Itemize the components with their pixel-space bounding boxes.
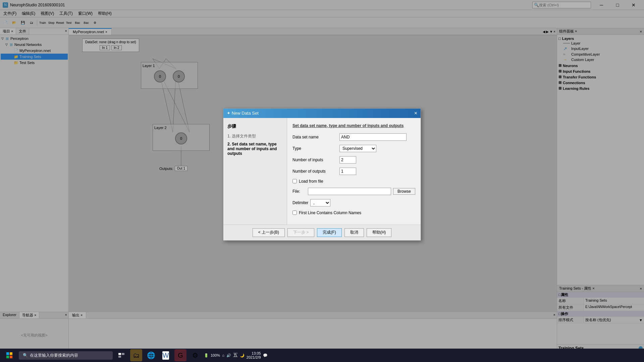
taskbar-search-icon: 🔍 — [23, 353, 28, 358]
taskbar-desktops[interactable] — [115, 349, 127, 361]
notification-icon[interactable]: 💬 — [263, 353, 268, 358]
svg-rect-12 — [10, 356, 12, 358]
load-from-file-label: Load from file — [299, 179, 323, 184]
dialog-overlay: ✦ New Data Set × 步骤 1. 选择文件类型 2. Set dat… — [0, 0, 644, 349]
battery-level: 100% — [211, 353, 220, 357]
load-from-file-row: Load from file — [292, 179, 415, 184]
windows-icon — [6, 352, 13, 359]
delimiter-label: Delimiter — [292, 200, 308, 205]
dialog-close-button[interactable]: × — [414, 111, 417, 116]
new-dataset-dialog: ✦ New Data Set × 步骤 1. 选择文件类型 2. Set dat… — [223, 108, 421, 241]
dialog-main: Set data set name, type and number of in… — [287, 118, 421, 225]
battery-icon: 🔋 — [204, 353, 209, 358]
file-input[interactable] — [308, 188, 391, 195]
num-outputs-label: Number of outputs — [292, 169, 339, 174]
dialog-section-title: Set data set name, type and number of in… — [292, 123, 415, 128]
num-inputs-input[interactable] — [339, 156, 356, 164]
lang-icon: 五 — [233, 352, 238, 358]
form-row-inputs: Number of inputs — [292, 156, 415, 164]
dialog-title-bar: ✦ New Data Set × — [223, 109, 421, 118]
g-icon: G — [178, 352, 183, 359]
first-line-label: First Line Contains Column Names — [299, 210, 361, 215]
explorer-icon: 🗂 — [133, 352, 140, 359]
taskbar-word[interactable]: W — [160, 349, 172, 361]
num-outputs-input[interactable] — [339, 168, 356, 175]
type-label: Type — [292, 146, 339, 151]
dialog-title-text: ✦ New Data Set — [227, 111, 259, 116]
clock-date: 2021/2/9 — [247, 355, 261, 359]
dialog-step-1[interactable]: 1. 选择文件类型 — [227, 133, 283, 139]
file-row: File: Browse — [292, 188, 415, 195]
type-select[interactable]: Supervised Unsupervised — [339, 145, 376, 152]
next-button[interactable]: 下一步 > — [287, 228, 314, 237]
dialog-body: 步骤 1. 选择文件类型 2. Set data set name, type … — [223, 118, 421, 225]
first-line-row: First Line Contains Column Names — [292, 210, 415, 215]
dialog-steps: 步骤 1. 选择文件类型 2. Set data set name, type … — [223, 118, 287, 225]
num-inputs-label: Number of inputs — [292, 158, 339, 162]
sys-tray: 🔋 100% ⌂ 🔊 五 🌙 13:05 2021/2/9 💬 — [204, 351, 270, 359]
network-icon: ⌂ — [222, 353, 224, 357]
svg-rect-15 — [118, 356, 121, 358]
load-from-file-checkbox[interactable] — [292, 179, 297, 183]
taskbar-explorer[interactable]: 🗂 — [130, 349, 142, 361]
taskbar-search-text: 在这里输入你要搜索的内容 — [30, 353, 78, 358]
clock-time: 13:05 — [247, 351, 261, 355]
start-button[interactable] — [3, 349, 16, 362]
delimiter-select[interactable]: , — [310, 199, 330, 206]
form-row-outputs: Number of outputs — [292, 168, 415, 175]
word-icon: W — [162, 351, 169, 360]
taskbar-edge[interactable]: 🌐 — [145, 349, 157, 361]
svg-rect-11 — [6, 356, 9, 358]
browse-button[interactable]: Browse — [393, 188, 415, 195]
volume-icon: 🔊 — [226, 353, 231, 358]
dialog-icon: ✦ — [227, 111, 232, 116]
dataset-name-input[interactable] — [339, 133, 407, 141]
first-line-checkbox[interactable] — [292, 210, 297, 215]
task-view-icon — [118, 352, 125, 359]
svg-rect-14 — [122, 353, 124, 355]
back-button[interactable]: < 上一步(B) — [253, 228, 285, 237]
help-button[interactable]: 帮助(H) — [367, 228, 392, 237]
clock: 13:05 2021/2/9 — [247, 351, 261, 359]
finish-button[interactable]: 完成(F) — [317, 228, 341, 237]
svg-rect-9 — [6, 352, 9, 355]
taskbar: 🔍 在这里输入你要搜索的内容 🗂 🌐 W G ⚙ 🔋 100% ⌂ 🔊 五 🌙 … — [0, 349, 644, 362]
taskbar-g[interactable]: G — [174, 349, 186, 361]
dialog-step-2[interactable]: 2. Set data set name, type and number of… — [227, 142, 283, 156]
app5-icon: ⚙ — [192, 351, 198, 359]
cancel-button[interactable]: 取消 — [344, 228, 364, 237]
dialog-steps-title: 步骤 — [227, 123, 283, 129]
dialog-footer: < 上一步(B) 下一步 > 完成(F) 取消 帮助(H) — [223, 225, 421, 240]
ime-icon: 🌙 — [240, 353, 245, 358]
taskbar-app5[interactable]: ⚙ — [189, 349, 201, 361]
taskbar-search[interactable]: 🔍 在这里输入你要搜索的内容 — [19, 351, 113, 360]
form-row-name: Data set name — [292, 133, 415, 141]
svg-rect-13 — [118, 353, 121, 355]
delimiter-row: Delimiter , — [292, 199, 415, 206]
form-row-type: Type Supervised Unsupervised — [292, 145, 415, 152]
edge-icon: 🌐 — [147, 351, 155, 359]
dataset-name-label: Data set name — [292, 135, 339, 139]
file-label: File: — [292, 189, 306, 194]
svg-rect-10 — [10, 352, 12, 355]
